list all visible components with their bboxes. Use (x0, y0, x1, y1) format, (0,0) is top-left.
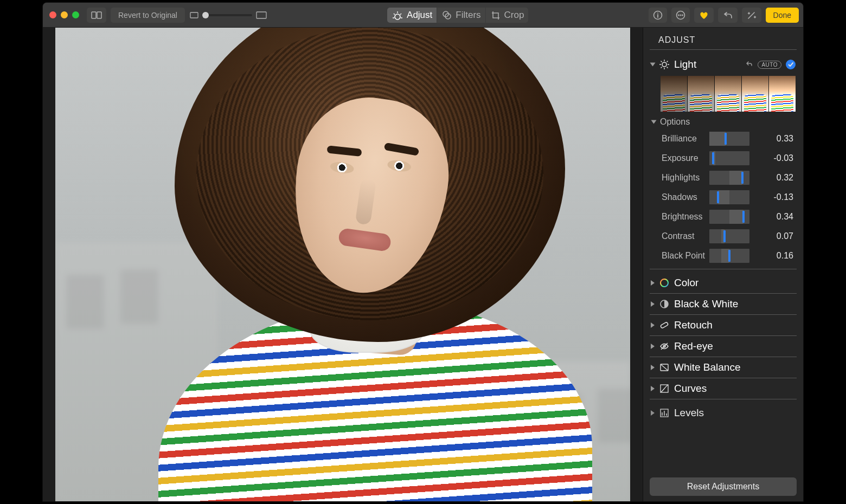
slider-knob[interactable] (742, 211, 745, 223)
more-button[interactable] (671, 8, 690, 23)
chevron-right-icon (651, 280, 655, 286)
lips (338, 228, 392, 252)
auto-enhance-button[interactable] (742, 8, 761, 23)
light-thumb-5[interactable] (769, 76, 796, 112)
section-levels-title: Levels (674, 407, 704, 419)
slider-value: 0.33 (752, 134, 797, 144)
rotate-ccw-icon (722, 10, 733, 20)
slider-knob[interactable] (725, 133, 727, 145)
bw-half-circle-icon (659, 299, 670, 309)
svg-point-4 (395, 14, 400, 20)
rotate-button[interactable] (718, 8, 738, 23)
slider-label: Contrast (654, 231, 707, 241)
section-color-title: Color (674, 277, 698, 289)
reset-light-button[interactable] (745, 60, 753, 69)
light-options-header[interactable]: Options (650, 115, 797, 129)
minimize-window-button[interactable] (61, 11, 68, 18)
section-wb-title: White Balance (674, 361, 741, 373)
slider-value: 0.16 (752, 251, 797, 261)
slider-track[interactable] (709, 229, 749, 243)
section-curves-title: Curves (674, 383, 707, 395)
heart-icon (698, 10, 709, 20)
zoom-slider-knob[interactable] (202, 12, 209, 18)
slider-label: Brightness (654, 212, 707, 222)
color-ring-icon (659, 277, 670, 288)
light-thumb-2[interactable] (688, 76, 715, 112)
slider-track[interactable] (709, 249, 749, 263)
section-curves-header[interactable]: Curves (650, 378, 797, 399)
light-thumb-4[interactable] (742, 76, 769, 112)
tab-crop[interactable]: Crop (486, 8, 529, 23)
tab-filters[interactable]: Filters (437, 8, 485, 23)
reset-row: Reset Adjustments (650, 477, 797, 496)
close-window-button[interactable] (49, 11, 56, 18)
brow-right (384, 143, 419, 156)
slider-knob[interactable] (717, 191, 719, 203)
auto-light-button[interactable]: AUTO (758, 61, 781, 69)
section-levels: Levels (650, 403, 797, 423)
slider-value: 0.34 (752, 212, 797, 222)
section-color: Color (650, 273, 797, 294)
zoom-control[interactable] (189, 11, 267, 20)
section-bw-header[interactable]: Black & White (650, 294, 797, 314)
svg-rect-2 (190, 12, 198, 18)
favorite-button[interactable] (694, 8, 714, 23)
light-thumb-3[interactable] (715, 76, 742, 112)
done-label: Done (773, 11, 791, 20)
eye-slash-icon (659, 341, 670, 352)
slider-row-brightness: Brightness0.34 (654, 207, 797, 227)
section-redeye-title: Red-eye (674, 340, 713, 352)
section-retouch-header[interactable]: Retouch (650, 315, 797, 335)
filters-venn-icon (441, 10, 452, 20)
section-bw-title: Black & White (674, 298, 738, 310)
slider-track[interactable] (709, 132, 749, 146)
tab-adjust[interactable]: Adjust (387, 8, 437, 23)
section-color-header[interactable]: Color (650, 273, 797, 293)
slider-label: Shadows (654, 192, 707, 202)
fullscreen-window-button[interactable] (72, 11, 79, 18)
slider-row-contrast: Contrast0.07 (654, 227, 797, 246)
zoom-slider-track[interactable] (202, 14, 252, 16)
bandage-icon (659, 320, 670, 331)
info-icon (653, 10, 663, 20)
tab-adjust-label: Adjust (407, 10, 432, 21)
revert-to-original-button[interactable]: Revert to Original (111, 8, 185, 23)
chevron-right-icon (651, 344, 655, 349)
zoom-out-thumb-icon (189, 11, 199, 19)
tab-crop-label: Crop (504, 10, 524, 21)
section-light-header[interactable]: Light AUTO (650, 54, 797, 75)
light-enabled-check[interactable] (786, 60, 796, 69)
chevron-right-icon (651, 322, 655, 328)
chevron-right-icon (651, 386, 655, 391)
slider-track[interactable] (709, 171, 749, 185)
section-redeye-header[interactable]: Red-eye (650, 336, 797, 357)
svg-point-13 (661, 279, 668, 287)
slider-track[interactable] (709, 210, 749, 224)
svg-rect-15 (660, 322, 668, 328)
compare-split-button[interactable] (87, 8, 106, 23)
chevron-right-icon (651, 301, 655, 307)
ellipsis-circle-icon (676, 10, 685, 20)
slider-knob[interactable] (728, 250, 730, 262)
slider-knob[interactable] (723, 230, 726, 242)
slider-label: Black Point (654, 251, 707, 261)
image-canvas[interactable] (43, 28, 643, 501)
light-sliders: Brilliance0.33Exposure-0.03Highlights0.3… (650, 129, 797, 269)
slider-label: Brilliance (654, 134, 707, 144)
slider-value: 0.32 (752, 173, 797, 183)
levels-bars-icon (659, 408, 670, 418)
slider-track[interactable] (709, 190, 749, 204)
brow-left (326, 145, 362, 157)
options-label: Options (660, 117, 690, 127)
info-button[interactable] (649, 8, 667, 23)
light-thumb-1[interactable] (661, 76, 688, 112)
light-preview-strip[interactable] (650, 75, 797, 115)
reset-adjustments-button[interactable]: Reset Adjustments (650, 477, 797, 496)
slider-knob[interactable] (741, 172, 744, 184)
section-levels-header[interactable]: Levels (650, 403, 797, 423)
section-whitebalance-header[interactable]: White Balance (650, 357, 797, 378)
done-button[interactable]: Done (766, 8, 799, 23)
slider-track[interactable] (709, 151, 749, 165)
section-whitebalance: White Balance (650, 357, 797, 378)
slider-knob[interactable] (712, 152, 714, 164)
